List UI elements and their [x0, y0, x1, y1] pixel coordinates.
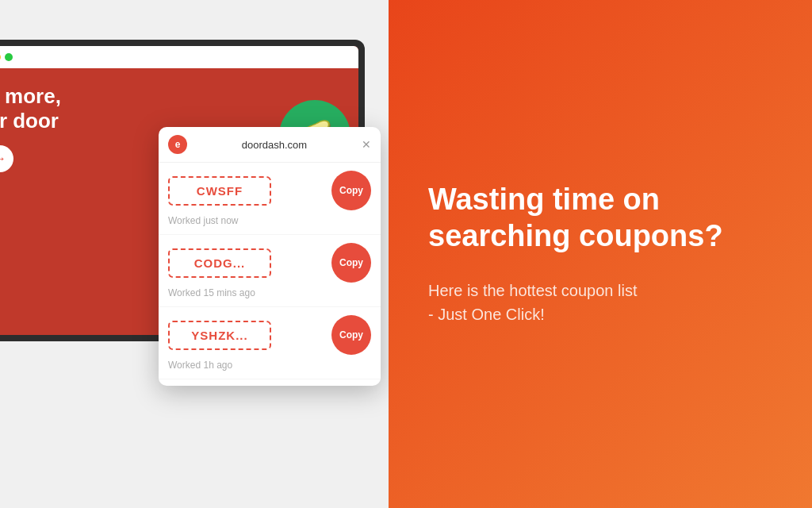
coupon-time-1: Worked just now	[168, 215, 371, 226]
copy-button-2[interactable]: Copy	[331, 243, 371, 283]
left-panel: d more, ur door → 🥑 e doordash.com ✕	[0, 0, 389, 508]
main-subtext: Here is the hottest coupon list - Just O…	[428, 279, 772, 326]
copy-button-1[interactable]: Copy	[331, 171, 371, 210]
extension-popup: e doordash.com ✕ CWSFF Copy Worked just …	[159, 127, 381, 386]
coupon-code-3: YSHZK...	[168, 321, 271, 350]
copy-button-3[interactable]: Copy	[331, 315, 371, 355]
dot-yellow	[0, 53, 1, 61]
laptop-screen-bar	[0, 46, 358, 68]
coupon-item-3: YSHZK... Copy Worked 1h ago	[159, 307, 381, 379]
popup-header: e doordash.com ✕	[159, 127, 381, 163]
dot-green	[5, 53, 13, 61]
coupon-time-3: Worked 1h ago	[168, 360, 371, 371]
coupon-item-2: CODG... Copy Worked 15 mins ago	[159, 235, 381, 307]
extension-icon: e	[168, 135, 187, 154]
popup-url: doordash.com	[193, 139, 355, 151]
coupon-time-2: Worked 15 mins ago	[168, 287, 371, 298]
coupon-code-2: CODG...	[168, 248, 271, 278]
laptop-arrow-button: →	[0, 145, 13, 172]
popup-close-button[interactable]: ✕	[362, 138, 371, 151]
coupon-row-3: YSHZK... Copy	[168, 315, 371, 355]
coupon-code-1: CWSFF	[168, 176, 271, 206]
main-headline: Wasting time on searching coupons?	[428, 182, 772, 254]
coupon-row-2: CODG... Copy	[168, 243, 371, 283]
right-panel: Wasting time on searching coupons? Here …	[389, 0, 812, 508]
laptop-arrow-icon: →	[0, 152, 6, 166]
coupon-row-1: CWSFF Copy	[168, 171, 371, 210]
coupon-item-1: CWSFF Copy Worked just now	[159, 163, 381, 235]
